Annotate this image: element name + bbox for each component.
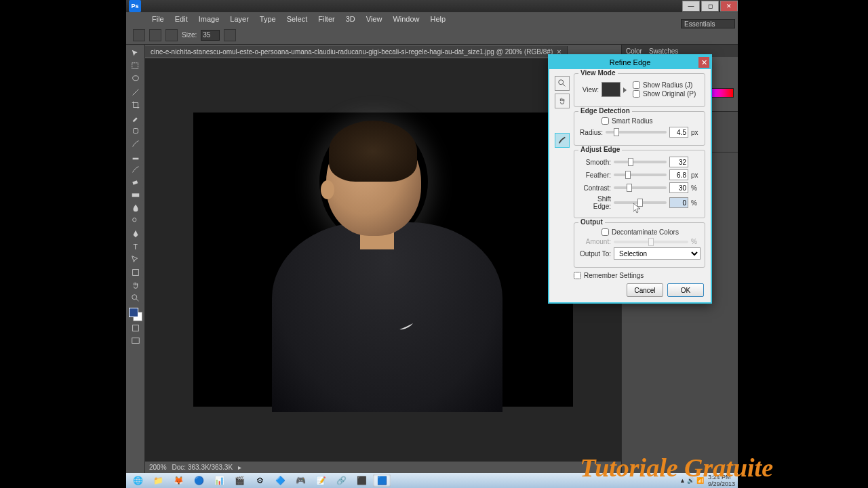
shift-edge-input[interactable]: [669, 197, 688, 208]
menu-type[interactable]: Type: [254, 14, 281, 24]
wand-tool[interactable]: [128, 86, 143, 98]
menu-layer[interactable]: Layer: [224, 14, 254, 24]
swatches-tab[interactable]: Swatches: [649, 47, 678, 55]
show-original-checkbox[interactable]: Show Original (P): [633, 90, 701, 98]
workspace-selector[interactable]: Essentials: [681, 19, 735, 28]
feather-label: Feather:: [578, 171, 611, 179]
pen-tool[interactable]: [128, 228, 143, 240]
brush-icon[interactable]: [149, 29, 161, 41]
marquee-tool[interactable]: [128, 60, 143, 73]
close-button[interactable]: ✕: [720, 1, 738, 12]
shape-tool[interactable]: [128, 266, 143, 279]
toolbox: T: [126, 45, 145, 473]
watermark: Tutoriale Gratuite: [580, 453, 773, 483]
size-dropdown-icon[interactable]: [224, 29, 236, 41]
brush-tool[interactable]: [128, 138, 143, 150]
screenmode-tool[interactable]: [128, 335, 143, 347]
minimize-button[interactable]: —: [682, 1, 700, 12]
document-tab[interactable]: cine-e-nichita-stanescu-omul-este-o-pers…: [145, 46, 568, 57]
explorer-icon[interactable]: 📁: [149, 474, 167, 487]
view-mode-group: View Mode View: Show Radius (J) Show Ori…: [574, 73, 705, 107]
dialog-titlebar[interactable]: Refine Edge ✕: [549, 56, 711, 69]
brush-preset-icon[interactable]: [165, 29, 178, 41]
stamp-tool[interactable]: [128, 150, 143, 163]
menu-select[interactable]: Select: [281, 14, 313, 24]
smooth-input[interactable]: [669, 157, 688, 167]
quickmask-tool[interactable]: [128, 322, 143, 334]
contrast-input[interactable]: [669, 182, 688, 193]
contrast-slider[interactable]: [614, 186, 667, 189]
color-swatch[interactable]: [129, 308, 142, 321]
hand-tool[interactable]: [128, 279, 143, 291]
menu-edit[interactable]: Edit: [170, 14, 193, 24]
svg-rect-11: [132, 338, 139, 344]
refine-edge-dialog: Refine Edge ✕ View Mode View: Show Radiu…: [548, 54, 712, 304]
app5-icon[interactable]: 🎮: [292, 474, 309, 487]
lasso-tool[interactable]: [128, 73, 143, 85]
zoom-level[interactable]: 200%: [149, 464, 167, 471]
move-tool[interactable]: [128, 47, 143, 60]
menu-filter[interactable]: Filter: [313, 14, 340, 24]
size-input[interactable]: [201, 30, 220, 41]
output-to-select[interactable]: Selection: [614, 247, 701, 260]
svg-point-6: [132, 218, 136, 222]
app2-icon[interactable]: 🎬: [231, 474, 248, 487]
feather-input[interactable]: [669, 169, 688, 180]
adjust-edge-legend: Adjust Edge: [578, 146, 622, 153]
chrome-icon[interactable]: 🔵: [190, 474, 208, 487]
status-arrow-icon[interactable]: ▸: [238, 464, 241, 471]
app6-icon[interactable]: 📝: [312, 474, 330, 487]
svg-point-1: [132, 76, 138, 81]
app7-icon[interactable]: 🔗: [332, 474, 350, 487]
show-radius-checkbox[interactable]: Show Radius (J): [633, 81, 701, 89]
app1-icon[interactable]: 📊: [210, 474, 228, 487]
eraser-tool[interactable]: [128, 176, 143, 188]
smart-radius-checkbox[interactable]: Smart Radius: [601, 117, 701, 125]
hand-tool-icon[interactable]: [555, 94, 570, 108]
remember-settings-checkbox[interactable]: Remember Settings: [574, 272, 705, 279]
titlebar: Ps — ◻ ✕: [126, 0, 738, 12]
firefox-icon[interactable]: 🦊: [170, 474, 187, 487]
amount-label: Amount:: [578, 238, 611, 245]
decontaminate-checkbox[interactable]: Decontaminate Colors: [601, 228, 701, 236]
menu-window[interactable]: Window: [387, 14, 425, 24]
ok-button[interactable]: OK: [667, 283, 704, 297]
menu-image[interactable]: Image: [193, 14, 225, 24]
menu-3d[interactable]: 3D: [340, 14, 361, 24]
radius-slider[interactable]: [606, 131, 667, 134]
view-mode-selector[interactable]: [601, 82, 620, 97]
dialog-tools: [553, 73, 571, 297]
tool-preset-icon[interactable]: [133, 29, 145, 41]
blur-tool[interactable]: [128, 202, 143, 214]
gradient-tool[interactable]: [128, 189, 143, 201]
svg-text:T: T: [133, 243, 138, 251]
app8-icon[interactable]: ⬛: [353, 474, 370, 487]
menu-help[interactable]: Help: [425, 14, 452, 24]
menu-file[interactable]: File: [146, 14, 170, 24]
app4-icon[interactable]: 🔷: [271, 474, 289, 487]
history-brush-tool[interactable]: [128, 163, 143, 176]
svg-point-12: [559, 80, 564, 85]
cancel-button[interactable]: Cancel: [627, 283, 663, 297]
color-tab[interactable]: Color: [626, 47, 642, 55]
zoom-tool-icon[interactable]: [555, 76, 570, 91]
ie-icon[interactable]: 🌐: [129, 474, 146, 487]
radius-input[interactable]: [669, 127, 688, 138]
svg-rect-0: [132, 63, 138, 69]
dialog-close-button[interactable]: ✕: [698, 57, 709, 68]
app3-icon[interactable]: ⚙: [251, 474, 269, 487]
crop-tool[interactable]: [128, 99, 143, 111]
zoom-tool[interactable]: [128, 292, 143, 304]
photoshop-taskbar-icon[interactable]: 🟦: [373, 474, 391, 487]
healing-tool[interactable]: [128, 125, 143, 137]
eyedropper-tool[interactable]: [128, 112, 143, 124]
path-tool[interactable]: [128, 253, 143, 266]
feather-slider[interactable]: [614, 174, 667, 176]
smooth-slider[interactable]: [614, 161, 667, 163]
dialog-title: Refine Edge: [610, 58, 651, 66]
dodge-tool[interactable]: [128, 215, 143, 227]
refine-brush-tool-icon[interactable]: [555, 133, 570, 148]
type-tool[interactable]: T: [128, 241, 143, 253]
maximize-button[interactable]: ◻: [701, 1, 719, 12]
menu-view[interactable]: View: [361, 14, 388, 24]
